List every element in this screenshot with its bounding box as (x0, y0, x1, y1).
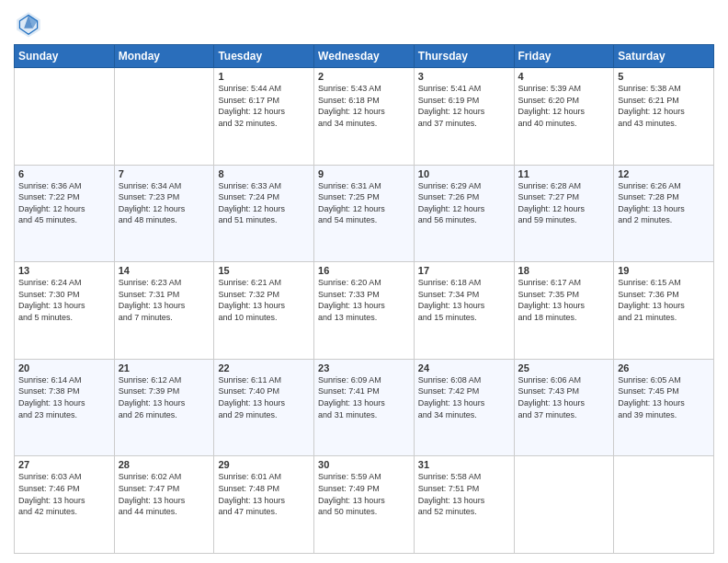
calendar-week-row: 13Sunrise: 6:24 AM Sunset: 7:30 PM Dayli… (15, 262, 714, 360)
day-number: 12 (618, 168, 710, 179)
day-info: Sunrise: 6:17 AM Sunset: 7:35 PM Dayligh… (518, 277, 610, 323)
day-number: 9 (318, 168, 410, 179)
calendar-cell: 13Sunrise: 6:24 AM Sunset: 7:30 PM Dayli… (15, 262, 115, 360)
day-info: Sunrise: 6:09 AM Sunset: 7:41 PM Dayligh… (318, 374, 410, 420)
day-info: Sunrise: 6:12 AM Sunset: 7:39 PM Dayligh… (119, 374, 210, 420)
day-number: 28 (119, 459, 210, 470)
calendar-cell: 19Sunrise: 6:15 AM Sunset: 7:36 PM Dayli… (614, 262, 714, 360)
calendar-cell: 31Sunrise: 5:58 AM Sunset: 7:51 PM Dayli… (414, 456, 514, 554)
day-number: 6 (18, 168, 110, 179)
calendar-table: SundayMondayTuesdayWednesdayThursdayFrid… (14, 44, 714, 554)
calendar-cell (114, 68, 214, 166)
weekday-header-sunday: Sunday (15, 45, 115, 68)
calendar-cell: 1Sunrise: 5:44 AM Sunset: 6:17 PM Daylig… (214, 68, 314, 166)
calendar-cell: 24Sunrise: 6:08 AM Sunset: 7:42 PM Dayli… (414, 359, 514, 456)
calendar-cell: 21Sunrise: 6:12 AM Sunset: 7:39 PM Dayli… (114, 359, 214, 456)
page: SundayMondayTuesdayWednesdayThursdayFrid… (0, 0, 728, 563)
day-number: 3 (418, 71, 510, 82)
day-number: 13 (18, 265, 110, 276)
day-number: 29 (218, 459, 310, 470)
weekday-header-monday: Monday (114, 45, 214, 68)
day-info: Sunrise: 6:05 AM Sunset: 7:45 PM Dayligh… (618, 374, 710, 420)
calendar-cell: 29Sunrise: 6:01 AM Sunset: 7:48 PM Dayli… (214, 456, 314, 554)
day-info: Sunrise: 6:24 AM Sunset: 7:30 PM Dayligh… (18, 277, 110, 323)
day-number: 21 (119, 362, 210, 373)
day-info: Sunrise: 6:08 AM Sunset: 7:42 PM Dayligh… (418, 374, 510, 420)
calendar-cell: 26Sunrise: 6:05 AM Sunset: 7:45 PM Dayli… (614, 359, 714, 456)
day-info: Sunrise: 6:01 AM Sunset: 7:48 PM Dayligh… (218, 471, 310, 517)
calendar-cell: 10Sunrise: 6:29 AM Sunset: 7:26 PM Dayli… (414, 165, 514, 262)
calendar-cell: 7Sunrise: 6:34 AM Sunset: 7:23 PM Daylig… (114, 165, 214, 262)
calendar-cell: 8Sunrise: 6:33 AM Sunset: 7:24 PM Daylig… (214, 165, 314, 262)
day-number: 10 (418, 168, 510, 179)
day-number: 24 (418, 362, 510, 373)
calendar-cell: 14Sunrise: 6:23 AM Sunset: 7:31 PM Dayli… (114, 262, 214, 360)
day-number: 19 (618, 265, 710, 276)
day-number: 14 (119, 265, 210, 276)
day-number: 22 (218, 362, 310, 373)
day-info: Sunrise: 6:02 AM Sunset: 7:47 PM Dayligh… (119, 471, 210, 517)
day-number: 7 (119, 168, 210, 179)
day-number: 2 (318, 71, 410, 82)
calendar-cell: 16Sunrise: 6:20 AM Sunset: 7:33 PM Dayli… (314, 262, 415, 360)
day-info: Sunrise: 5:44 AM Sunset: 6:17 PM Dayligh… (218, 83, 310, 129)
day-number: 26 (618, 362, 710, 373)
weekday-header-wednesday: Wednesday (314, 45, 415, 68)
calendar-week-row: 6Sunrise: 6:36 AM Sunset: 7:22 PM Daylig… (15, 165, 714, 262)
calendar-cell: 5Sunrise: 5:38 AM Sunset: 6:21 PM Daylig… (614, 68, 714, 166)
weekday-header-friday: Friday (514, 45, 614, 68)
weekday-header-tuesday: Tuesday (214, 45, 314, 68)
calendar-cell: 28Sunrise: 6:02 AM Sunset: 7:47 PM Dayli… (114, 456, 214, 554)
day-info: Sunrise: 6:26 AM Sunset: 7:28 PM Dayligh… (618, 180, 710, 226)
day-info: Sunrise: 6:29 AM Sunset: 7:26 PM Dayligh… (418, 180, 510, 226)
day-info: Sunrise: 6:31 AM Sunset: 7:25 PM Dayligh… (318, 180, 410, 226)
day-info: Sunrise: 6:23 AM Sunset: 7:31 PM Dayligh… (119, 277, 210, 323)
day-number: 5 (618, 71, 710, 82)
day-info: Sunrise: 6:21 AM Sunset: 7:32 PM Dayligh… (218, 277, 310, 323)
calendar-cell: 4Sunrise: 5:39 AM Sunset: 6:20 PM Daylig… (514, 68, 614, 166)
calendar-cell: 18Sunrise: 6:17 AM Sunset: 7:35 PM Dayli… (514, 262, 614, 360)
header (14, 9, 714, 39)
day-number: 25 (518, 362, 610, 373)
calendar-cell (15, 68, 115, 166)
day-info: Sunrise: 5:58 AM Sunset: 7:51 PM Dayligh… (418, 471, 510, 517)
calendar-cell: 17Sunrise: 6:18 AM Sunset: 7:34 PM Dayli… (414, 262, 514, 360)
calendar-cell: 2Sunrise: 5:43 AM Sunset: 6:18 PM Daylig… (314, 68, 415, 166)
calendar-cell: 27Sunrise: 6:03 AM Sunset: 7:46 PM Dayli… (15, 456, 115, 554)
logo-icon (14, 9, 43, 39)
calendar-cell (614, 456, 714, 554)
day-number: 16 (318, 265, 410, 276)
day-number: 20 (18, 362, 110, 373)
day-number: 23 (318, 362, 410, 373)
day-info: Sunrise: 6:15 AM Sunset: 7:36 PM Dayligh… (618, 277, 710, 323)
calendar-cell: 9Sunrise: 6:31 AM Sunset: 7:25 PM Daylig… (314, 165, 415, 262)
day-info: Sunrise: 6:28 AM Sunset: 7:27 PM Dayligh… (518, 180, 610, 226)
day-info: Sunrise: 5:39 AM Sunset: 6:20 PM Dayligh… (518, 83, 610, 129)
day-info: Sunrise: 6:06 AM Sunset: 7:43 PM Dayligh… (518, 374, 610, 420)
day-info: Sunrise: 6:03 AM Sunset: 7:46 PM Dayligh… (18, 471, 110, 517)
calendar-week-row: 27Sunrise: 6:03 AM Sunset: 7:46 PM Dayli… (15, 456, 714, 554)
weekday-header-thursday: Thursday (414, 45, 514, 68)
calendar-week-row: 20Sunrise: 6:14 AM Sunset: 7:38 PM Dayli… (15, 359, 714, 456)
day-number: 11 (518, 168, 610, 179)
calendar-cell: 6Sunrise: 6:36 AM Sunset: 7:22 PM Daylig… (15, 165, 115, 262)
day-info: Sunrise: 6:34 AM Sunset: 7:23 PM Dayligh… (119, 180, 210, 226)
day-info: Sunrise: 6:18 AM Sunset: 7:34 PM Dayligh… (418, 277, 510, 323)
calendar-cell: 11Sunrise: 6:28 AM Sunset: 7:27 PM Dayli… (514, 165, 614, 262)
day-info: Sunrise: 6:36 AM Sunset: 7:22 PM Dayligh… (18, 180, 110, 226)
day-number: 30 (318, 459, 410, 470)
calendar-cell: 20Sunrise: 6:14 AM Sunset: 7:38 PM Dayli… (15, 359, 115, 456)
day-info: Sunrise: 6:14 AM Sunset: 7:38 PM Dayligh… (18, 374, 110, 420)
day-info: Sunrise: 5:38 AM Sunset: 6:21 PM Dayligh… (618, 83, 710, 129)
day-info: Sunrise: 5:41 AM Sunset: 6:19 PM Dayligh… (418, 83, 510, 129)
day-info: Sunrise: 6:33 AM Sunset: 7:24 PM Dayligh… (218, 180, 310, 226)
day-number: 31 (418, 459, 510, 470)
day-number: 15 (218, 265, 310, 276)
day-info: Sunrise: 5:59 AM Sunset: 7:49 PM Dayligh… (318, 471, 410, 517)
calendar-cell: 30Sunrise: 5:59 AM Sunset: 7:49 PM Dayli… (314, 456, 415, 554)
weekday-header-row: SundayMondayTuesdayWednesdayThursdayFrid… (15, 45, 714, 68)
day-info: Sunrise: 6:20 AM Sunset: 7:33 PM Dayligh… (318, 277, 410, 323)
day-number: 1 (218, 71, 310, 82)
day-number: 17 (418, 265, 510, 276)
logo (14, 9, 47, 39)
